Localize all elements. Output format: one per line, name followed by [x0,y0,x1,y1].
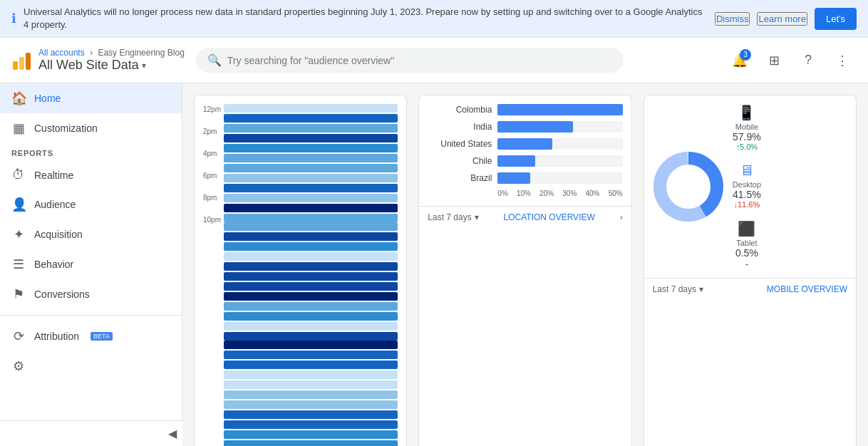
location-bar-bg [497,104,622,115]
more-icon: ⋮ [836,53,849,68]
apps-icon: ⊞ [769,53,780,68]
time-label: 8pm [203,194,221,202]
heatmap-cell[interactable] [224,400,398,409]
property-selector[interactable]: All accounts › Easy Engineering Blog All… [38,48,185,73]
sidebar-conversions-label: Conversions [34,289,90,300]
heatmap-cell[interactable] [224,232,398,241]
heatmap-cell[interactable] [224,214,398,222]
heatmap-cell[interactable] [224,262,398,271]
apps-button[interactable]: ⊞ [760,46,788,75]
svg-rect-0 [13,61,18,70]
heatmap-cell[interactable] [224,194,398,202]
heatmap-cell[interactable] [224,312,398,321]
heatmap-cell[interactable] [224,144,398,152]
heatmap-cell[interactable] [224,184,398,192]
banner-text: Universal Analytics will no longer proce… [24,6,708,31]
axis-label: 30% [562,190,577,197]
learn-more-button[interactable]: Learn more [757,12,807,26]
sidebar: 🏠 Home ▦ Customization REPORTS ⏱ Realtim… [0,83,182,446]
location-period[interactable]: Last 7 days ▾ [428,212,478,222]
heatmap-grid: 12pm2pm4pm6pm8pm10pm [203,104,398,446]
heatmap-cell[interactable] [224,204,398,212]
time-label: 10pm [203,216,221,224]
heatmap-cell[interactable] [224,134,398,142]
heatmap-cell[interactable] [224,430,398,439]
heatmap-cell[interactable] [224,104,398,113]
heatmap-cell[interactable] [224,164,398,172]
heatmap-cell[interactable] [224,322,398,331]
sidebar-item-audience[interactable]: 👤 Audience [0,190,182,219]
heatmap-cell[interactable] [224,341,398,349]
heatmap-cell[interactable] [224,302,398,311]
heatmap-cell[interactable] [224,252,398,261]
lets-button[interactable]: Let's [815,8,857,30]
more-options-button[interactable]: ⋮ [828,46,857,75]
sidebar-item-customization[interactable]: ▦ Customization [0,113,182,143]
heatmap-cell[interactable] [224,351,398,359]
location-row: Brazil [428,172,622,184]
location-bar-bg [497,138,622,150]
heatmap-cell[interactable] [224,282,398,291]
heatmap-cell[interactable] [224,361,398,369]
time-labels: 12pm2pm4pm6pm8pm10pm [203,104,221,224]
top-banner: ℹ Universal Analytics will no longer pro… [0,0,868,38]
location-row: India [428,121,622,133]
location-country-label: India [428,122,492,132]
location-overview-link[interactable]: LOCATION OVERVIEW [504,212,595,222]
heatmap-cell[interactable] [224,154,398,162]
location-bar-fill [497,121,572,133]
heatmap-cell[interactable] [224,222,398,231]
help-button[interactable]: ? [794,46,822,75]
heatmap-cell[interactable] [224,332,398,341]
property-dropdown-arrow: ▾ [142,61,146,71]
sidebar-item-settings[interactable]: ⚙ [0,351,182,381]
location-footer: Last 7 days ▾ LOCATION OVERVIEW › [419,206,631,228]
sidebar-item-conversions[interactable]: ⚑ Conversions [0,279,182,309]
sidebar-item-acquisition[interactable]: ✦ Acquisition [0,219,182,249]
notification-badge: 3 [740,49,751,61]
device-value: 41.5% [733,189,761,200]
sidebar-item-home[interactable]: 🏠 Home [0,83,182,113]
heatmap-cell[interactable] [224,114,398,123]
attribution-icon: ⟳ [11,328,26,344]
sidebar-collapse-button[interactable]: ◀ [0,420,182,446]
sidebar-item-behavior[interactable]: ☰ Behavior [0,249,182,279]
settings-icon: ⚙ [11,358,26,374]
axis-label: 20% [539,190,554,197]
location-country-label: Chile [428,156,492,166]
search-bar[interactable]: 🔍 [196,48,624,73]
header: All accounts › Easy Engineering Blog All… [0,38,868,83]
location-country-label: Colombia [428,105,492,115]
mobile-overview-link[interactable]: MOBILE OVERVIEW [767,284,847,294]
sidebar-item-attribution[interactable]: ⟳ Attribution BETA [0,321,182,351]
heatmap-cell[interactable] [224,380,398,389]
heatmap-cell[interactable] [224,440,398,446]
heatmap-cell[interactable] [224,370,398,379]
heatmap-cell[interactable] [224,410,398,419]
notifications-button[interactable]: 🔔 3 [725,46,754,75]
heatmap-cell[interactable] [224,292,398,301]
main-layout: 🏠 Home ▦ Customization REPORTS ⏱ Realtim… [0,83,868,446]
heatmap-cell[interactable] [224,174,398,182]
axis-label: 40% [585,190,599,197]
sidebar-behavior-label: Behavior [34,259,73,270]
time-label: 12pm [203,105,221,113]
heatmap-cell[interactable] [224,242,398,251]
all-accounts-link[interactable]: All accounts [38,48,85,58]
heatmap-cell[interactable] [224,124,398,133]
sidebar-home-label: Home [34,93,61,104]
heatmap-cell[interactable] [224,420,398,429]
property-name[interactable]: All Web Site Data ▾ [38,58,185,73]
heatmap-col [224,222,398,341]
heatmap-cell[interactable] [224,272,398,281]
sidebar-item-realtime[interactable]: ⏱ Realtime [0,160,182,190]
device-stat-item: 🖥Desktop41.5%↓11.6% [733,162,761,209]
dismiss-button[interactable]: Dismiss [715,12,750,26]
search-input[interactable] [227,55,612,66]
device-period[interactable]: Last 7 days ▾ [653,284,703,294]
location-row: United States [428,138,622,150]
acquisition-icon: ✦ [11,227,26,242]
home-icon: 🏠 [11,90,26,106]
heatmap-col [224,341,398,446]
heatmap-cell[interactable] [224,390,398,399]
